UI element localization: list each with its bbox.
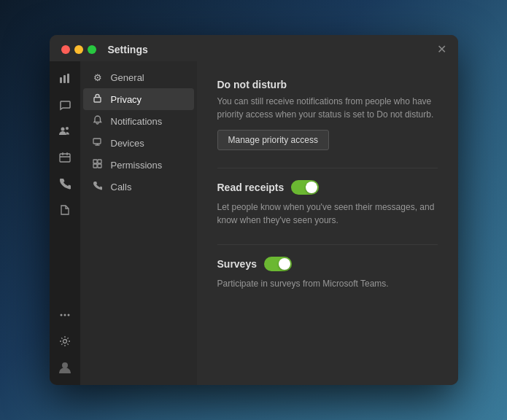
calls-icon[interactable] xyxy=(53,172,77,195)
svg-point-3 xyxy=(61,128,64,131)
avatar-icon[interactable] xyxy=(53,356,77,379)
svg-point-4 xyxy=(66,127,69,130)
minimize-traffic-light[interactable] xyxy=(74,45,83,54)
read-receipts-description: Let people know when you've seen their m… xyxy=(217,201,438,227)
svg-rect-18 xyxy=(93,160,97,163)
svg-rect-14 xyxy=(94,98,101,103)
nav-calls[interactable]: Calls xyxy=(83,176,194,198)
surveys-description: Participate in surveys from Microsoft Te… xyxy=(217,277,438,290)
maximize-traffic-light[interactable] xyxy=(88,45,96,54)
svg-point-9 xyxy=(60,314,62,316)
read-receipts-track[interactable] xyxy=(291,180,319,195)
surveys-thumb xyxy=(279,258,290,270)
nav-notifications-label: Notifications xyxy=(111,116,163,127)
main-content: Do not disturb You can still receive not… xyxy=(197,61,458,385)
divider-2 xyxy=(217,244,438,245)
notifications-icon xyxy=(92,115,104,127)
manage-priority-access-button[interactable]: Manage priority access xyxy=(217,130,329,150)
svg-rect-20 xyxy=(93,164,97,168)
svg-rect-0 xyxy=(60,77,62,83)
files-icon[interactable] xyxy=(53,198,77,222)
calendar-icon[interactable] xyxy=(53,146,77,169)
more-icon[interactable] xyxy=(53,303,77,327)
read-receipts-thumb xyxy=(306,182,317,193)
do-not-disturb-section: Do not disturb You can still receive not… xyxy=(217,79,438,150)
nav-devices-label: Devices xyxy=(111,138,144,149)
teams-icon[interactable] xyxy=(53,120,77,143)
nav-general[interactable]: ⚙ General xyxy=(83,67,194,88)
nav-devices[interactable]: Devices xyxy=(83,132,194,154)
svg-rect-1 xyxy=(63,75,66,83)
nav-permissions-label: Permissions xyxy=(111,160,163,171)
activity-icon[interactable] xyxy=(53,67,77,90)
svg-point-12 xyxy=(63,340,66,343)
read-receipts-toggle-row: Read receipts xyxy=(217,180,438,195)
svg-rect-5 xyxy=(60,154,70,162)
svg-rect-2 xyxy=(67,74,69,83)
svg-rect-21 xyxy=(98,164,101,168)
nav-permissions[interactable]: Permissions xyxy=(83,154,194,176)
calls-nav-icon xyxy=(92,181,104,192)
surveys-title: Surveys xyxy=(217,258,257,270)
title-bar: Settings ✕ xyxy=(50,35,458,61)
read-receipts-section: Read receipts Let people know when you'v… xyxy=(217,180,438,227)
permissions-icon xyxy=(92,159,104,171)
sidebar-icon-strip xyxy=(50,61,80,385)
settings-icon[interactable] xyxy=(53,330,77,353)
nav-privacy[interactable]: Privacy xyxy=(83,88,194,110)
window-body: ⚙ General Privacy Notifications Devices xyxy=(50,61,458,385)
nav-privacy-label: Privacy xyxy=(111,94,142,105)
nav-calls-label: Calls xyxy=(111,182,132,192)
surveys-section: Surveys Participate in surveys from Micr… xyxy=(217,257,438,290)
surveys-toggle-row: Surveys xyxy=(217,257,438,271)
do-not-disturb-description: You can still receive notifications from… xyxy=(217,95,438,121)
read-receipts-title: Read receipts xyxy=(217,182,285,193)
close-traffic-light[interactable] xyxy=(61,45,70,54)
svg-rect-15 xyxy=(93,139,101,144)
read-receipts-toggle[interactable] xyxy=(291,180,319,195)
settings-window: Settings ✕ xyxy=(50,35,458,385)
nav-sidebar: ⚙ General Privacy Notifications Devices xyxy=(80,61,197,385)
svg-point-10 xyxy=(63,314,66,316)
nav-notifications[interactable]: Notifications xyxy=(83,110,194,132)
svg-point-11 xyxy=(67,314,69,316)
svg-rect-19 xyxy=(98,160,101,163)
svg-point-13 xyxy=(62,362,68,368)
surveys-track[interactable] xyxy=(264,257,292,271)
do-not-disturb-title: Do not disturb xyxy=(217,79,438,90)
privacy-icon xyxy=(92,93,104,105)
chat-icon[interactable] xyxy=(53,93,77,117)
divider-1 xyxy=(217,168,438,168)
traffic-lights xyxy=(61,45,96,54)
window-title: Settings xyxy=(108,44,148,55)
close-button[interactable]: ✕ xyxy=(437,44,446,55)
surveys-toggle[interactable] xyxy=(264,257,292,271)
devices-icon xyxy=(92,137,104,149)
nav-general-label: General xyxy=(111,72,144,83)
sidebar-bottom-icons xyxy=(53,303,77,379)
general-icon: ⚙ xyxy=(92,72,104,83)
